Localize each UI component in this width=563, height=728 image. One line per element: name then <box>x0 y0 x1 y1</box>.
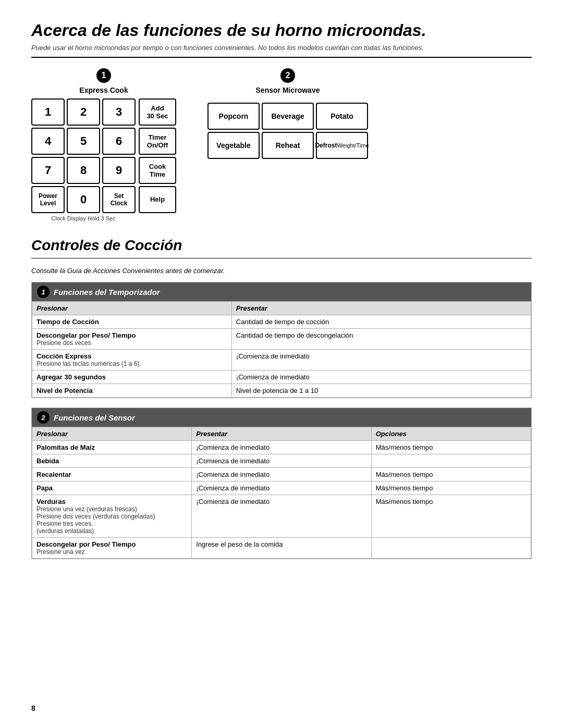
sensor-microwave-area: 2 Sensor Microwave Popcorn Beverage Pota… <box>207 68 368 159</box>
table2-row-2-opciones: Más/menos tiempo <box>371 468 531 482</box>
table1-row-4-presentar: Nivel de potencia de 1 a 10 <box>231 384 531 398</box>
page-subtitle: Puede usar el horno microondas por tiemp… <box>31 43 500 53</box>
title-divider <box>31 57 532 58</box>
section2-title: Controles de Cocción <box>31 237 532 254</box>
key-5[interactable]: 5 <box>67 128 100 155</box>
table2-row-1-opciones <box>371 454 531 468</box>
btn-beverage[interactable]: Beverage <box>262 103 314 130</box>
table2-row-4-presentar: ¡Comienza de inmediato <box>192 495 372 538</box>
sensor-microwave-label: Sensor Microwave <box>256 86 320 94</box>
table1-row-0-presionar: Tiempo de Cocción <box>32 315 232 329</box>
badge-1: 1 <box>96 68 111 83</box>
table2-col3-header: Opciones <box>371 427 531 441</box>
btn-defrost[interactable]: DefrostWeight/Time <box>316 132 368 159</box>
sensor-grid: Popcorn Beverage Potato Vegetable Reheat… <box>207 103 368 159</box>
table2-row-1-presionar: Bebida <box>32 454 192 468</box>
express-cook-label: Express Cook <box>79 86 128 94</box>
key-7[interactable]: 7 <box>31 157 65 184</box>
page-main-title: Acerca de las funciones de su horno micr… <box>31 21 532 40</box>
btn-popcorn[interactable]: Popcorn <box>207 103 260 130</box>
table2-col2-header: Presentar <box>192 427 372 441</box>
table1-row-3-presionar: Agregar 30 segundos <box>32 371 232 384</box>
table1-badge: 1 <box>37 286 50 298</box>
table1-row-1-presentar: Cantidad de tiempo de descongelación <box>231 329 531 350</box>
table2-row-3-opciones: Más/menos tiempo <box>371 482 531 495</box>
express-cook-area: 1 Express Cook 1 2 3 4 5 6 7 8 9 PowerLe… <box>31 68 176 221</box>
table2-row-1-presentar: ¡Comienza de inmediato <box>192 454 372 468</box>
table1-row-2-presionar: Cocción ExpressPresione las teclas numér… <box>32 350 232 371</box>
key-timer[interactable]: TimerOn/Off <box>139 128 176 155</box>
key-0[interactable]: 0 <box>67 186 100 213</box>
key-8[interactable]: 8 <box>67 157 100 184</box>
table1-header-label: Funciones del Temporizador <box>54 288 160 297</box>
table1-row-1-presionar: Descongelar por Peso/ TiempoPresione dos… <box>32 329 232 350</box>
table1-col2-header: Presentar <box>231 302 531 315</box>
btn-reheat[interactable]: Reheat <box>262 132 314 159</box>
section2-divider <box>31 258 532 258</box>
badge-2: 2 <box>280 68 295 83</box>
table2-row-3-presentar: ¡Comienza de inmediato <box>192 482 372 495</box>
table2-row-0-presionar: Palomitas de Maíz <box>32 441 192 454</box>
page-number: 8 <box>31 704 35 712</box>
controls-overview-section: 1 Express Cook 1 2 3 4 5 6 7 8 9 PowerLe… <box>31 68 532 221</box>
table1-row-0-presentar: Cantidad de tiempo de cocción <box>231 315 531 329</box>
num-grid: 1 2 3 4 5 6 7 8 9 PowerLevel 0 SetClock … <box>31 98 136 221</box>
table2: Presionar Presentar Opciones Palomitas d… <box>32 427 531 559</box>
clock-note: Clock Display Hold 3 Sec <box>31 215 136 221</box>
table2-header-label: Funciones del Sensor <box>54 413 135 422</box>
section2-subtitle: Consulte la Guía de Acciones Conveniente… <box>31 267 532 275</box>
key-3[interactable]: 3 <box>102 98 136 126</box>
table1-header: 1 Funciones del Temporizador <box>32 282 531 301</box>
key-9[interactable]: 9 <box>102 157 136 184</box>
key-cook-time[interactable]: CookTime <box>139 157 176 184</box>
key-4[interactable]: 4 <box>31 128 65 155</box>
btn-vegetable[interactable]: Vegetable <box>207 132 260 159</box>
key-power-level[interactable]: PowerLevel <box>31 186 65 213</box>
table1-row-3-presentar: ¡Comienza de inmediato <box>231 371 531 384</box>
table1-row-2-presentar: ¡Comienza de inmediato <box>231 350 531 371</box>
table2-row-4-opciones: Más/menos tiempo <box>371 495 531 538</box>
table2-row-0-presentar: ¡Comienza de inmediato <box>192 441 372 454</box>
key-2[interactable]: 2 <box>67 98 100 126</box>
key-6[interactable]: 6 <box>102 128 136 155</box>
key-1[interactable]: 1 <box>31 98 65 126</box>
table2-badge: 2 <box>37 411 50 424</box>
table1-row-4-presionar: Nivel de Potencia <box>32 384 232 398</box>
table2-row-3-presionar: Papa <box>32 482 192 495</box>
table2-row-5-presentar: Ingrese el peso de la comida <box>192 538 372 559</box>
side-keys: Add30 Sec TimerOn/Off CookTime Help <box>139 98 176 213</box>
key-help[interactable]: Help <box>139 186 176 213</box>
key-set-clock[interactable]: SetClock <box>102 186 136 213</box>
table2-col1-header: Presionar <box>32 427 192 441</box>
keypad-grid: 1 2 3 4 5 6 7 8 9 PowerLevel 0 SetClock … <box>31 98 176 221</box>
table2-header: 2 Funciones del Sensor <box>32 408 531 427</box>
table1: Presionar Presentar Tiempo de CocciónCan… <box>32 301 531 398</box>
table2-wrapper: 2 Funciones del Sensor Presionar Present… <box>31 408 532 559</box>
table2-row-5-opciones <box>371 538 531 559</box>
table1-col1-header: Presionar <box>32 302 232 315</box>
table2-row-4-presionar: VerdurasPresione una vez (verduras fresc… <box>32 495 192 538</box>
table2-row-5-presionar: Descongelar por Peso/ TiempoPresione una… <box>32 538 192 559</box>
table2-row-2-presionar: Recalentar <box>32 468 192 482</box>
table2-row-2-presentar: ¡Comienza de inmediato <box>192 468 372 482</box>
btn-potato[interactable]: Potato <box>316 103 368 130</box>
table1-wrapper: 1 Funciones del Temporizador Presionar P… <box>31 282 532 398</box>
key-add30[interactable]: Add30 Sec <box>139 98 176 126</box>
table2-row-0-opciones: Más/menos tiempo <box>371 441 531 454</box>
